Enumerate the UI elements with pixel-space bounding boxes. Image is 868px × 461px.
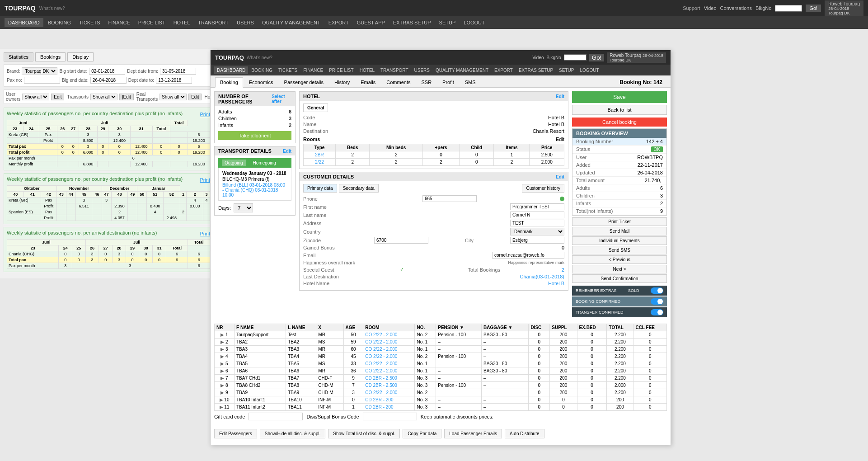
big-end-input[interactable] (90, 77, 127, 84)
dept-from-input[interactable] (160, 68, 196, 75)
modal-nav-logout[interactable]: LOGOUT (577, 66, 601, 74)
modal-nav-setup[interactable]: SETUP (556, 66, 577, 74)
print-link-2[interactable]: Print (200, 177, 210, 183)
nav-users[interactable]: USERS (233, 18, 258, 27)
primary-tab[interactable]: Primary data (303, 184, 337, 193)
tab-passenger-details[interactable]: Passenger details (279, 77, 328, 87)
go-button[interactable]: Go! (806, 5, 821, 12)
gift-card-input[interactable] (249, 413, 303, 420)
show-hide-btn[interactable]: Show/Hide all disc. & suppl. (260, 429, 325, 438)
country-select[interactable]: Denmark (510, 228, 564, 235)
pax-no-input[interactable] (24, 77, 60, 84)
email-input[interactable] (492, 252, 564, 259)
customer-edit-btn[interactable]: Edit (556, 174, 564, 179)
back-btn[interactable]: Back to list (572, 105, 667, 115)
transfer-confirmed-toggle[interactable] (651, 309, 663, 315)
support-link[interactable]: Support (683, 5, 700, 11)
print-link-1[interactable]: Print (200, 112, 210, 117)
modal-nav-pricelist[interactable]: PRICE LIST (326, 66, 356, 74)
modal-nav-hotel[interactable]: HOTEL (357, 66, 377, 74)
transports-select[interactable]: Show all (90, 94, 117, 100)
modal-nav-dashboard[interactable]: DASHBOARD (214, 66, 248, 74)
conversations-link[interactable]: Conversations (720, 5, 752, 11)
modal-video[interactable]: Video (532, 55, 544, 60)
disc-suppl-input[interactable] (363, 413, 417, 420)
dept-to-input[interactable] (156, 77, 192, 84)
homegoing-tab[interactable]: Homegoing (250, 160, 279, 166)
next-btn[interactable]: Next > (572, 265, 667, 273)
days-select[interactable]: 714 (234, 203, 253, 212)
copy-pnr-btn[interactable]: Copy Pnr data (403, 429, 441, 438)
save-btn[interactable]: Save (572, 91, 667, 103)
rooms-edit-btn[interactable]: Edit (556, 136, 564, 142)
nav-extras[interactable]: EXTRAS SETUP (389, 18, 435, 27)
remember-extras-toggle[interactable] (651, 287, 663, 294)
brand-select[interactable]: Tourpaq DK (22, 67, 57, 75)
tab-statistics[interactable]: Statistics (4, 52, 33, 61)
transport-edit-btn[interactable]: Edit (283, 149, 291, 154)
outgoing-tab[interactable]: Outgoing (222, 160, 246, 166)
nav-booking[interactable]: BOOKING (44, 18, 75, 27)
video-link[interactable]: Video (704, 5, 717, 11)
nav-dashboard[interactable]: DASHBOARD (5, 18, 43, 27)
send-mail-btn[interactable]: Send Mail (572, 227, 667, 235)
tab-comments[interactable]: Comments (381, 77, 415, 87)
modal-nav-finance[interactable]: FINANCE (300, 66, 326, 74)
lastname-input[interactable] (510, 212, 564, 218)
user-owners-select[interactable]: Show all (22, 94, 49, 100)
nav-pricelist[interactable]: PRICE LIST (135, 18, 169, 27)
tab-booking[interactable]: Booking (215, 77, 243, 88)
tab-history[interactable]: History (329, 77, 355, 87)
big-start-input[interactable] (89, 68, 125, 75)
prev-btn[interactable]: < Previous (572, 255, 667, 264)
real-transport-edit-btn[interactable]: Edit (188, 94, 202, 100)
cancel-booking-btn[interactable]: Cancel booking (572, 118, 667, 127)
blkgno-input[interactable] (775, 5, 802, 12)
modal-nav-quality[interactable]: QUALITY MANAGEMENT (433, 66, 491, 74)
edit-passengers-btn[interactable]: Edit Passengers (214, 429, 257, 438)
modal-nav-export[interactable]: EXPORT (492, 66, 516, 74)
tab-display[interactable]: Display (67, 52, 94, 61)
print-ticket-btn[interactable]: Print Ticket (572, 217, 667, 226)
nav-finance[interactable]: FINANCE (104, 18, 133, 27)
tab-ssr[interactable]: SSR (416, 77, 436, 87)
tab-economics[interactable]: Economics (244, 77, 278, 87)
take-allotment-btn[interactable]: Take allotment (218, 131, 291, 140)
nav-quality[interactable]: QUALITY MANAGEMENT (258, 18, 324, 27)
nav-guestapp[interactable]: GUEST APP (353, 18, 389, 27)
nav-transport[interactable]: TRANSPORT (194, 18, 232, 27)
nav-logout[interactable]: LOGOUT (460, 18, 488, 27)
passengers-select-after[interactable]: Select after (272, 94, 291, 104)
modal-nav-booking[interactable]: BOOKING (249, 66, 275, 74)
show-total-btn[interactable]: Show Total list of disc. & suppl. (328, 429, 400, 438)
tab-bookings[interactable]: Bookings (35, 52, 66, 61)
modal-nav-transport[interactable]: TRANSPORT (378, 66, 411, 74)
address-input[interactable] (510, 220, 564, 226)
send-confirmation-btn[interactable]: Send Confirmation (572, 274, 667, 283)
modal-nav-tickets[interactable]: TICKETS (276, 66, 300, 74)
hotel-tab-general[interactable]: General (303, 103, 328, 112)
individual-payments-btn[interactable]: Individual Payments (572, 236, 667, 245)
send-sms-btn[interactable]: Send SMS (572, 246, 667, 254)
firstname-input[interactable] (510, 203, 564, 210)
nav-setup[interactable]: SETUP (436, 18, 460, 27)
customer-history-btn[interactable]: Customer history (522, 184, 564, 193)
nav-hotel[interactable]: HOTEL (170, 18, 194, 27)
print-link-3[interactable]: Print (200, 231, 210, 236)
modal-go-btn[interactable]: Go! (589, 54, 604, 61)
transport-edit-btn[interactable]: |Edit (119, 94, 134, 100)
load-passenger-btn[interactable]: Load Passenger Emails (444, 429, 502, 438)
tab-emails[interactable]: Emails (356, 77, 380, 87)
modal-nav-extras[interactable]: EXTRAS SETUP (516, 66, 556, 74)
phone-input[interactable] (422, 195, 477, 202)
hotel-edit-btn[interactable]: Edit (556, 94, 564, 99)
tab-sms[interactable]: SMS (460, 77, 481, 87)
nav-export[interactable]: EXPORT (325, 18, 352, 27)
user-edit-btn[interactable]: Edit (51, 94, 64, 100)
tab-profit[interactable]: Profit (437, 77, 459, 87)
zip-input[interactable] (374, 237, 428, 244)
modal-blkgno-input[interactable] (564, 54, 586, 61)
real-transports-select[interactable]: Show all (160, 94, 187, 100)
nav-tickets[interactable]: TICKETS (75, 18, 103, 27)
city-input[interactable] (510, 237, 564, 244)
